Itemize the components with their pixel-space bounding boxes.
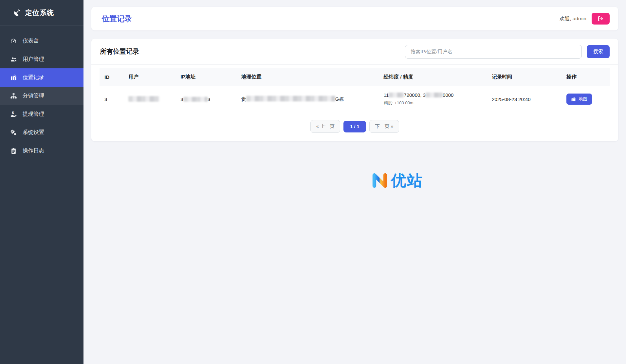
- sign-out-icon: [598, 16, 604, 22]
- app-root: 定位系统 仪表盘: [0, 0, 626, 364]
- map-marked-icon: [10, 74, 17, 81]
- top-header-card: 位置记录 欢迎, admin: [91, 7, 618, 30]
- main-content: 位置记录 欢迎, admin 所有位置记录 搜索: [83, 0, 626, 364]
- search-button[interactable]: 搜索: [587, 45, 610, 58]
- col-actions: 操作: [562, 68, 610, 86]
- svg-text:$: $: [11, 111, 14, 114]
- ip-prefix: 3: [180, 96, 183, 102]
- satellite-dish-icon: [13, 9, 21, 17]
- hand-holding-dollar-icon: $: [10, 111, 17, 118]
- panel-title: 所有位置记录: [100, 47, 139, 56]
- sidebar-item-dashboard[interactable]: 仪表盘: [0, 32, 83, 50]
- table-row: 3 33 贵G栋 11: [100, 86, 610, 112]
- table-header-row: ID 用户 IP地址 地理位置 经纬度 / 精度 记录时间 操作: [100, 68, 610, 86]
- map-button[interactable]: 地图: [566, 94, 592, 105]
- watermark-logo: 优站: [370, 170, 423, 190]
- col-user: 用户: [123, 68, 175, 86]
- search-input[interactable]: [405, 45, 582, 59]
- sidebar-item-settings[interactable]: 系统设置: [0, 123, 83, 142]
- sitemap-icon: [10, 93, 17, 99]
- sidebar-item-withdrawals[interactable]: $ 提现管理: [0, 105, 83, 123]
- clipboard-list-icon: [10, 147, 17, 154]
- sidebar-item-logs[interactable]: 操作日志: [0, 142, 83, 160]
- location-prefix: 贵: [241, 96, 246, 102]
- location-records-panel: 所有位置记录 搜索 ID 用户 IP地址: [91, 39, 618, 141]
- cell-user: [123, 86, 175, 112]
- sidebar-menu: 仪表盘 用户管理: [0, 26, 83, 160]
- sidebar-item-label: 仪表盘: [23, 37, 39, 44]
- col-time: 记录时间: [487, 68, 562, 86]
- sidebar-item-label: 提现管理: [23, 111, 44, 118]
- col-ip: IP地址: [175, 68, 236, 86]
- watermark-n-icon: [370, 170, 390, 190]
- cell-time: 2025-08-23 20:40: [487, 86, 562, 112]
- gauge-icon: [10, 38, 17, 44]
- col-coords: 经纬度 / 精度: [379, 68, 487, 86]
- sidebar-item-locations[interactable]: 位置记录: [0, 68, 83, 87]
- pagination: « 上一页 1 / 1 下一页 »: [100, 120, 610, 133]
- topbar-right: 欢迎, admin: [560, 13, 610, 25]
- accuracy-text: 精度: ±103.00m: [384, 100, 482, 106]
- coord-part3: 0000: [443, 92, 453, 98]
- watermark-text: 优站: [391, 173, 423, 188]
- sidebar-item-label: 位置记录: [23, 74, 44, 81]
- ip-suffix: 3: [208, 96, 210, 102]
- redacted-coord2: [426, 93, 443, 97]
- col-id: ID: [100, 68, 123, 86]
- app-logo: 定位系统: [0, 0, 83, 26]
- sidebar-item-label: 用户管理: [23, 56, 44, 63]
- gears-icon: [10, 129, 17, 136]
- sidebar: 定位系统 仪表盘: [0, 0, 83, 364]
- redacted-coord1: [389, 93, 404, 97]
- coord-part2: 720000, 3: [404, 92, 426, 98]
- col-location: 地理位置: [236, 68, 379, 86]
- panel-header: 所有位置记录 搜索: [91, 39, 618, 65]
- sidebar-item-distribution[interactable]: 分销管理: [0, 87, 83, 105]
- welcome-text: 欢迎, admin: [560, 15, 586, 22]
- map-icon: [571, 97, 576, 102]
- redacted-user: [128, 96, 159, 102]
- coord-part1: 11: [384, 92, 389, 98]
- next-page-button[interactable]: 下一页 »: [369, 120, 399, 133]
- current-page-indicator[interactable]: 1 / 1: [343, 121, 366, 132]
- prev-page-button[interactable]: « 上一页: [310, 120, 341, 133]
- records-table: ID 用户 IP地址 地理位置 经纬度 / 精度 记录时间 操作 3: [100, 68, 610, 112]
- cell-actions: 地图: [562, 86, 610, 112]
- search-group: 搜索: [405, 45, 610, 59]
- cell-location: 贵G栋: [236, 86, 379, 112]
- redacted-ip: [183, 97, 208, 102]
- cell-ip: 33: [175, 86, 236, 112]
- sidebar-item-label: 系统设置: [23, 129, 44, 136]
- location-suffix: G栋: [335, 96, 344, 102]
- redacted-location: [246, 96, 335, 101]
- cell-id: 3: [100, 86, 123, 112]
- sidebar-item-users[interactable]: 用户管理: [0, 50, 83, 68]
- map-button-label: 地图: [579, 96, 587, 102]
- records-table-wrap: ID 用户 IP地址 地理位置 经纬度 / 精度 记录时间 操作 3: [91, 65, 618, 133]
- sidebar-item-label: 分销管理: [23, 92, 44, 99]
- page-title: 位置记录: [102, 14, 132, 24]
- sidebar-item-label: 操作日志: [23, 147, 44, 154]
- logout-button[interactable]: [592, 13, 610, 25]
- cell-coords: 11720000, 30000 精度: ±103.00m: [379, 86, 487, 112]
- coordinates: 11720000, 30000: [384, 92, 482, 98]
- users-icon: [10, 56, 17, 63]
- app-name: 定位系统: [25, 8, 54, 17]
